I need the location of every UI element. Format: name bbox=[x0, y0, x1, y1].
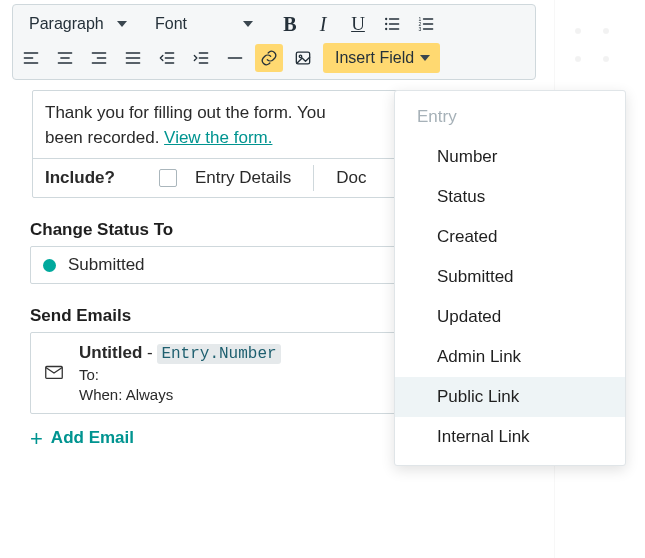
menu-item-submitted[interactable]: Submitted bbox=[395, 257, 625, 297]
plus-icon: + bbox=[30, 433, 43, 444]
align-justify-button[interactable] bbox=[119, 44, 147, 72]
status-value: Submitted bbox=[68, 255, 145, 275]
bold-button[interactable]: B bbox=[276, 10, 304, 38]
numbered-list-button[interactable]: 123 bbox=[412, 10, 440, 38]
svg-point-2 bbox=[385, 23, 387, 25]
indent-button[interactable] bbox=[187, 44, 215, 72]
image-button[interactable] bbox=[289, 44, 317, 72]
email-title: Untitled - Entry.Number bbox=[79, 343, 281, 363]
email-number-field-chip: Entry.Number bbox=[157, 344, 280, 364]
menu-item-public-link[interactable]: Public Link bbox=[395, 377, 625, 417]
include-label: Include? bbox=[45, 168, 115, 188]
insert-field-menu: Entry NumberStatusCreatedSubmittedUpdate… bbox=[394, 90, 626, 466]
body-text-line2: been recorded. bbox=[45, 128, 164, 147]
svg-text:3: 3 bbox=[419, 26, 422, 32]
font-dropdown-label: Font bbox=[155, 15, 187, 33]
paragraph-style-dropdown[interactable]: Paragraph bbox=[17, 9, 137, 39]
body-text-line1: Thank you for filling out the form. You bbox=[45, 103, 326, 122]
include-entry-details-checkbox[interactable] bbox=[159, 169, 177, 187]
menu-item-status[interactable]: Status bbox=[395, 177, 625, 217]
view-form-link[interactable]: View the form. bbox=[164, 128, 272, 147]
add-email-button[interactable]: + Add Email bbox=[30, 428, 134, 448]
horizontal-rule-button[interactable] bbox=[221, 44, 249, 72]
align-center-button[interactable] bbox=[51, 44, 79, 72]
caret-down-icon bbox=[420, 55, 430, 61]
rich-text-toolbar: Paragraph Font B I U 123 bbox=[12, 4, 536, 80]
include-entry-details-text: Entry Details bbox=[195, 168, 291, 188]
paragraph-style-label: Paragraph bbox=[29, 15, 104, 33]
svg-point-4 bbox=[385, 28, 387, 30]
menu-item-number[interactable]: Number bbox=[395, 137, 625, 177]
email-when-line: When: Always bbox=[79, 386, 281, 403]
menu-item-created[interactable]: Created bbox=[395, 217, 625, 257]
menu-item-updated[interactable]: Updated bbox=[395, 297, 625, 337]
email-to-line: To: bbox=[79, 366, 281, 383]
menu-group-heading: Entry bbox=[395, 97, 625, 137]
status-dot-icon bbox=[43, 259, 56, 272]
menu-item-admin-link[interactable]: Admin Link bbox=[395, 337, 625, 377]
insert-field-label: Insert Field bbox=[335, 49, 414, 67]
email-title-untitled: Untitled bbox=[79, 343, 142, 362]
align-right-button[interactable] bbox=[85, 44, 113, 72]
bullet-list-button[interactable] bbox=[378, 10, 406, 38]
italic-button[interactable]: I bbox=[310, 10, 338, 38]
caret-down-icon bbox=[117, 21, 127, 27]
include-doc-text: Doc bbox=[336, 168, 366, 188]
align-left-button[interactable] bbox=[17, 44, 45, 72]
svg-point-32 bbox=[299, 55, 302, 58]
link-button[interactable] bbox=[255, 44, 283, 72]
insert-field-dropdown[interactable]: Insert Field bbox=[323, 43, 440, 73]
menu-item-internal-link[interactable]: Internal Link bbox=[395, 417, 625, 457]
font-dropdown[interactable]: Font bbox=[143, 9, 263, 39]
add-email-label: Add Email bbox=[51, 428, 134, 448]
svg-point-0 bbox=[385, 18, 387, 20]
outdent-button[interactable] bbox=[153, 44, 181, 72]
caret-down-icon bbox=[243, 21, 253, 27]
underline-button[interactable]: U bbox=[344, 10, 372, 38]
mail-icon bbox=[43, 361, 65, 386]
